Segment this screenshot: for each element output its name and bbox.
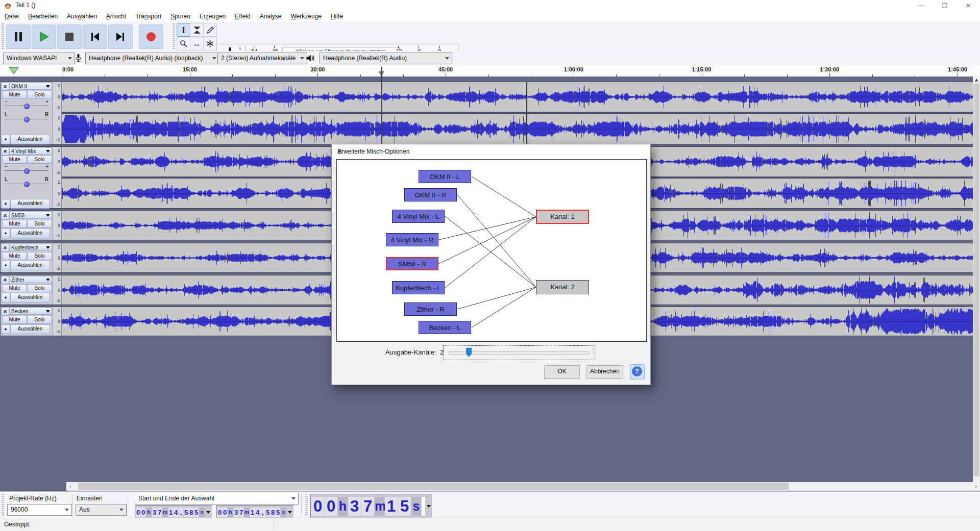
track-close-button[interactable]: ✕	[1, 147, 9, 156]
collapse-button[interactable]: ▲	[1, 324, 10, 334]
select-button[interactable]: Auswählen	[10, 293, 50, 302]
menu-bearbeiten[interactable]: Bearbeiten	[23, 12, 62, 22]
solo-button[interactable]: Solo	[27, 316, 52, 324]
track-close-button[interactable]: ✕	[1, 83, 9, 91]
collapse-button[interactable]: ▲	[1, 199, 10, 209]
time-digit[interactable]: 5	[184, 508, 188, 517]
select-button[interactable]: Auswählen	[10, 199, 50, 209]
help-button[interactable]: ?	[630, 364, 645, 380]
select-button[interactable]: Auswählen	[10, 324, 50, 334]
time-digit[interactable]: 7	[361, 497, 374, 516]
recording-device-select[interactable]: Headphone (Realtek(R) Audio) (loopback)	[85, 53, 219, 64]
chevron-down-icon[interactable]	[206, 511, 210, 514]
pause-button[interactable]	[6, 24, 31, 49]
mute-button[interactable]: Mute	[2, 284, 27, 292]
timeline-ruler[interactable]: 0:0015:0030:0045:001:00:001:15:001:30:00…	[0, 65, 980, 77]
cancel-button[interactable]: Abbrechen	[586, 365, 623, 379]
select-button[interactable]: Auswählen	[10, 261, 50, 270]
time-digit[interactable]: 3	[152, 508, 157, 517]
draw-tool-button[interactable]	[203, 23, 217, 37]
menu-werkzeuge[interactable]: Werkzeuge	[286, 12, 326, 22]
time-digit[interactable]: 4	[255, 508, 260, 517]
chevron-down-icon[interactable]	[288, 511, 292, 514]
playback-device-select[interactable]: Headphone (Realtek(R) Audio)	[320, 53, 452, 64]
dialog-channel-node[interactable]: Kanal: 2	[536, 280, 589, 294]
output-channels-slider[interactable]	[443, 345, 595, 360]
selection-start-field[interactable]: 00h37m14,585s	[135, 505, 212, 519]
horizontal-scrollbar[interactable]: ‹ ›	[66, 482, 980, 491]
horizontal-scroll-thumb[interactable]	[78, 483, 789, 490]
skip-to-end-button[interactable]	[108, 24, 133, 49]
mute-button[interactable]: Mute	[2, 252, 27, 260]
scroll-right-icon[interactable]: ›	[975, 483, 977, 489]
scroll-up-icon[interactable]	[974, 78, 978, 82]
record-button[interactable]	[139, 24, 163, 49]
menu-hilfe[interactable]: Hilfe	[326, 12, 348, 22]
menu-datei[interactable]: Datei	[0, 12, 23, 22]
solo-button[interactable]: Solo	[27, 284, 52, 292]
pan-slider[interactable]: LR	[5, 181, 48, 188]
zoom-tool-button[interactable]	[177, 37, 190, 50]
time-digit[interactable]: 1	[385, 497, 398, 516]
mixing-diagram-panel[interactable]: OKM II - LOKM II - R4 Vinyl Mix - L4 Vin…	[336, 159, 647, 342]
ok-button[interactable]: OK	[544, 365, 580, 379]
time-digit[interactable]: 5	[194, 508, 199, 517]
envelope-tool-button[interactable]	[190, 23, 204, 37]
minimize-button[interactable]: —	[910, 0, 933, 11]
track-name-menu[interactable]: Zither	[9, 276, 52, 283]
pan-thumb[interactable]	[24, 182, 30, 187]
pan-thumb[interactable]	[24, 117, 30, 122]
pin-playhead-button[interactable]	[8, 67, 19, 75]
transport-grip[interactable]	[2, 23, 4, 49]
mute-button[interactable]: Mute	[2, 220, 27, 228]
time-digit[interactable]: 5	[265, 508, 270, 517]
dialog-track-node[interactable]: Becken - L	[419, 321, 471, 334]
pan-slider[interactable]: LR	[5, 116, 48, 123]
track-close-button[interactable]: ✕	[1, 244, 9, 252]
snap-select[interactable]: Aus	[76, 504, 127, 516]
play-button[interactable]	[32, 24, 56, 49]
select-button[interactable]: Auswählen	[10, 229, 50, 238]
solo-button[interactable]: Solo	[27, 156, 52, 164]
position-grip[interactable]	[305, 494, 308, 516]
tools-grip[interactable]	[173, 23, 175, 49]
time-digit[interactable]: 0	[325, 497, 337, 516]
selection-tool-button[interactable]: I	[177, 23, 190, 37]
time-digit[interactable]: 0	[217, 508, 222, 517]
waveform-channel[interactable]	[62, 114, 973, 144]
track-close-button[interactable]: ✕	[1, 212, 9, 220]
menu-spuren[interactable]: Spuren	[166, 12, 195, 22]
time-digit[interactable]: 5	[276, 508, 280, 517]
gain-thumb[interactable]	[24, 104, 30, 109]
track-okmii[interactable]: ✕OKM IIMuteSolo−+LR▲Auswählen10-110-1	[0, 82, 973, 144]
stop-button[interactable]	[57, 24, 82, 49]
multi-tool-button[interactable]	[203, 37, 217, 50]
dialog-track-node[interactable]: OKM II - L	[419, 170, 471, 183]
vertical-scrollbar[interactable]	[973, 77, 980, 482]
time-digit[interactable]: 0	[311, 497, 324, 516]
maximize-button[interactable]: ❐	[933, 0, 957, 11]
collapse-button[interactable]: ▲	[1, 229, 10, 238]
skip-to-start-button[interactable]	[83, 24, 107, 49]
time-digit[interactable]: 8	[271, 508, 275, 517]
time-digit[interactable]: 5	[398, 497, 411, 516]
solo-button[interactable]: Solo	[27, 220, 52, 228]
menu-erzeugen[interactable]: Erzeugen	[195, 12, 230, 22]
gain-slider[interactable]: −+	[5, 167, 48, 174]
collapse-button[interactable]: ▲	[1, 135, 10, 144]
time-digit[interactable]: 0	[223, 508, 227, 517]
menu-analyse[interactable]: Analyse	[255, 12, 286, 22]
time-digit[interactable]: 1	[168, 508, 173, 517]
timeshift-tool-button[interactable]: ↔	[190, 37, 204, 50]
mute-button[interactable]: Mute	[2, 91, 27, 99]
vertical-scroll-thumb[interactable]	[973, 84, 979, 476]
recording-channels-select[interactable]: 2 (Stereo) Aufnahmekanäle	[217, 53, 307, 64]
clip-boundary-line[interactable]	[526, 82, 527, 144]
select-button[interactable]: Auswählen	[10, 135, 50, 144]
track-name-menu[interactable]: 4 Vinyl Mix	[9, 147, 52, 155]
solo-button[interactable]: Solo	[27, 252, 52, 260]
dialog-track-node[interactable]: SM58 - R	[386, 257, 438, 270]
track-close-button[interactable]: ✕	[1, 308, 9, 316]
track-name-menu[interactable]: OKM II	[9, 83, 52, 90]
close-button[interactable]: ✕	[957, 0, 980, 11]
